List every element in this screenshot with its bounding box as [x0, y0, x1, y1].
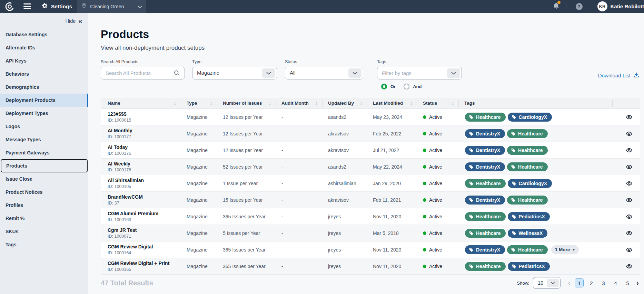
- table-row[interactable]: BrandNewCGMID: 37Magazine15 Issues per Y…: [101, 192, 640, 208]
- product-name[interactable]: AI Monthly: [108, 128, 181, 133]
- avatar[interactable]: KR: [597, 1, 607, 11]
- column-header-number-of-issues[interactable]: Number of issues↕: [217, 100, 276, 107]
- search-input[interactable]: [101, 67, 185, 79]
- settings-nav[interactable]: Settings: [41, 2, 72, 10]
- page-button-2[interactable]: 2: [587, 278, 596, 287]
- column-header-updated-by[interactable]: Updated By↕: [323, 100, 367, 107]
- product-name[interactable]: 123#$$$: [108, 111, 181, 117]
- sort-icon[interactable]: ↕: [269, 101, 271, 106]
- sort-icon[interactable]: ↕: [360, 101, 363, 106]
- column-header-audit-month[interactable]: Audit Month↕: [276, 100, 323, 107]
- sort-icon[interactable]: ↕: [315, 101, 318, 106]
- table-row[interactable]: Ali ShirsalimianID: 1000105Magazine1 Iss…: [101, 175, 640, 192]
- view-product-button[interactable]: [613, 230, 640, 237]
- next-page-button[interactable]: ›: [635, 279, 640, 287]
- tag-badge-cardiologyx[interactable]: CardiologyX: [507, 112, 553, 122]
- view-product-button[interactable]: [613, 246, 640, 253]
- hide-sidebar-button[interactable]: Hide «: [0, 13, 88, 28]
- tag-badge-cardiologyx[interactable]: CardiologyX: [507, 178, 553, 189]
- app-logo-icon[interactable]: [4, 1, 15, 12]
- column-header-name[interactable]: Name↕: [101, 100, 181, 107]
- status-select[interactable]: All: [285, 67, 363, 79]
- sidebar-item-skus[interactable]: SKUs: [0, 225, 88, 238]
- view-product-button[interactable]: [613, 197, 640, 203]
- notifications-button[interactable]: [553, 2, 560, 11]
- tags-select[interactable]: [377, 67, 462, 79]
- type-select[interactable]: Magazine: [192, 67, 277, 79]
- tag-badge-healthcare[interactable]: Healthcare: [506, 145, 548, 155]
- previous-page-button[interactable]: ‹: [567, 279, 572, 287]
- tag-badge-dentistryx[interactable]: DentistryX: [464, 129, 506, 139]
- database-selector[interactable]: Cleaning Green: [77, 0, 146, 13]
- tag-badge-dentistryx[interactable]: DentistryX: [464, 245, 506, 255]
- sort-icon[interactable]: ↕: [452, 101, 454, 106]
- table-row[interactable]: CGM Review Digital + PrintID: 1000165Mag…: [101, 258, 640, 275]
- view-product-button[interactable]: [613, 130, 640, 137]
- sidebar-item-logos[interactable]: Logos: [0, 120, 88, 133]
- or-radio[interactable]: [381, 84, 387, 89]
- page-size-select[interactable]: 10: [533, 277, 561, 289]
- page-button-3[interactable]: 3: [599, 278, 608, 287]
- tag-badge-pediatricsx[interactable]: PediatricsX: [507, 211, 551, 222]
- table-row[interactable]: AI MonthlyID: 1000177Magazine12 Issues p…: [101, 125, 640, 142]
- and-radio[interactable]: [404, 84, 409, 89]
- sidebar-item-products[interactable]: Products: [1, 159, 88, 172]
- view-product-button[interactable]: [613, 263, 640, 270]
- sidebar-item-database-settings[interactable]: Database Settings: [0, 28, 88, 41]
- sidebar-item-profiles[interactable]: Profiles: [0, 199, 88, 212]
- view-product-button[interactable]: [613, 180, 640, 187]
- column-header-last-modified[interactable]: Last Modified↕: [367, 100, 417, 107]
- search-icon[interactable]: [174, 70, 180, 78]
- sidebar-item-issue-close[interactable]: Issue Close: [0, 172, 88, 186]
- product-name[interactable]: CGM Review Digital + Print: [108, 260, 181, 266]
- product-name[interactable]: AI Weekly: [108, 161, 181, 167]
- tag-badge-healthcare[interactable]: Healthcare: [506, 162, 548, 172]
- product-name[interactable]: Ali Shirsalimian: [108, 178, 181, 183]
- tag-badge-pediatricsx[interactable]: PediatricsX: [507, 261, 551, 272]
- sidebar-item-remit[interactable]: Remit %: [0, 212, 88, 225]
- tag-badge-healthcare[interactable]: Healthcare: [464, 261, 506, 272]
- sidebar-item-message-types[interactable]: Message Types: [0, 133, 88, 146]
- table-row[interactable]: CGM Review DigitalID: 1000164Magazine365…: [101, 241, 640, 258]
- view-product-button[interactable]: [613, 163, 640, 170]
- sidebar-item-deployment-types[interactable]: Deployment Types: [0, 107, 88, 120]
- table-row[interactable]: AI WeeklyID: 1000176Magazine52 Issues pe…: [101, 159, 640, 175]
- sort-icon[interactable]: ↕: [210, 101, 212, 106]
- page-button-5[interactable]: 5: [623, 278, 632, 287]
- view-product-button[interactable]: [613, 213, 640, 220]
- product-name[interactable]: AI Today: [108, 144, 181, 150]
- tag-badge-healthcare[interactable]: Healthcare: [464, 178, 506, 189]
- product-name[interactable]: Cgm JR Test: [108, 227, 181, 233]
- table-row[interactable]: AI TodayID: 1000175Magazine12 Issues per…: [101, 142, 640, 159]
- more-tags-button[interactable]: 1 More: [551, 245, 579, 254]
- sidebar-item-behaviors[interactable]: Behaviors: [0, 67, 88, 80]
- tag-badge-healthcare[interactable]: Healthcare: [464, 211, 506, 222]
- tag-badge-healthcare[interactable]: Healthcare: [464, 228, 506, 238]
- view-product-button[interactable]: [613, 114, 640, 121]
- table-row[interactable]: CGM Alumni PremiumID: 1000163Magazine365…: [101, 208, 640, 225]
- tag-badge-dentistryx[interactable]: DentistryX: [464, 145, 506, 155]
- page-button-4[interactable]: 4: [611, 278, 620, 287]
- product-name[interactable]: CGM Alumni Premium: [108, 211, 181, 216]
- table-row[interactable]: 123#$$$ID: 1000015Magazine12 Issues per …: [101, 109, 640, 125]
- tag-badge-dentistryx[interactable]: DentistryX: [464, 195, 506, 205]
- table-row[interactable]: Cgm JR TestID: 1000071Magazine5 Issues p…: [101, 225, 640, 241]
- menu-icon[interactable]: [23, 2, 31, 11]
- column-header-status[interactable]: Status↕: [417, 100, 459, 107]
- tag-badge-healthcare[interactable]: Healthcare: [506, 195, 548, 205]
- sidebar-item-deployment-products[interactable]: Deployment Products: [0, 94, 88, 107]
- view-product-button[interactable]: [613, 147, 640, 154]
- download-list-button[interactable]: Download List: [598, 72, 640, 79]
- page-button-1[interactable]: 1: [575, 278, 584, 287]
- sort-icon[interactable]: ↕: [174, 101, 176, 106]
- tag-badge-healthcare[interactable]: Healthcare: [506, 245, 548, 255]
- sidebar-item-payment-gateways[interactable]: Payment Gateways: [0, 146, 88, 159]
- sidebar-item-tags[interactable]: Tags: [0, 238, 88, 251]
- tag-badge-healthcare[interactable]: Healthcare: [506, 129, 548, 139]
- help-button[interactable]: ?: [576, 3, 583, 10]
- sidebar-item-demographics[interactable]: Demographics: [0, 80, 88, 94]
- product-name[interactable]: BrandNewCGM: [108, 194, 181, 200]
- tag-badge-dentistryx[interactable]: DentistryX: [464, 162, 506, 172]
- sidebar-item-alternate-ids[interactable]: Alternate IDs: [0, 41, 88, 54]
- sort-icon[interactable]: ↕: [410, 101, 413, 106]
